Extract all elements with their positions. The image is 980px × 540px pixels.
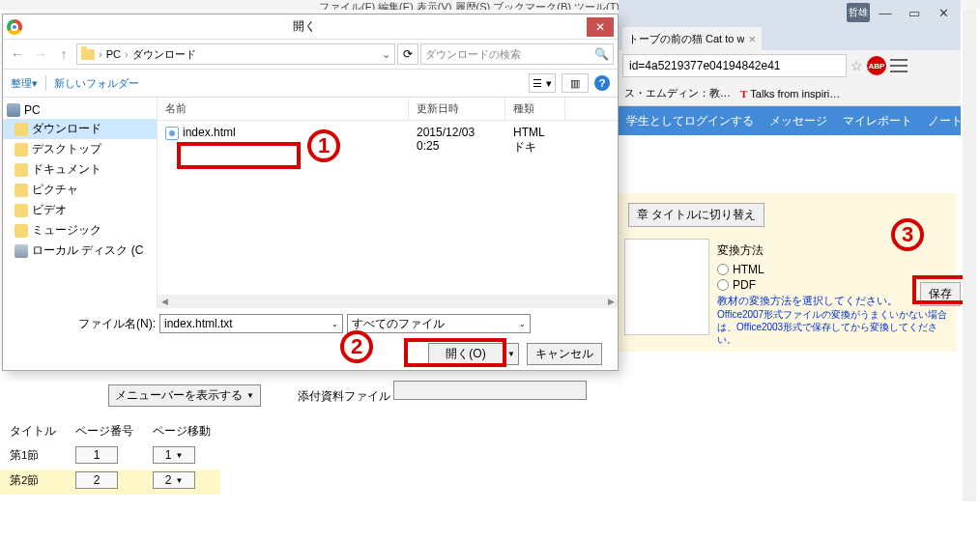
nav-login[interactable]: 学生としてログインする: [626, 113, 754, 129]
site-nav: 学生としてログインする メッセージ マイレポート ノート: [619, 106, 961, 135]
url-input[interactable]: id=4a5219377e04194842e41: [622, 54, 847, 77]
file-date: 2015/12/03 0:25: [409, 124, 505, 157]
open-button[interactable]: 開く(O): [428, 343, 504, 365]
nav-tree-documents[interactable]: ドキュメント: [3, 159, 157, 180]
page-number-button[interactable]: 1: [75, 446, 118, 464]
breadcrumb[interactable]: › PC › ダウンロード ⌄: [76, 43, 395, 65]
crumb-downloads[interactable]: ダウンロード: [132, 47, 196, 62]
table-row: 第1節 1 1: [0, 444, 220, 469]
nav-tree-downloads[interactable]: ダウンロード: [3, 119, 157, 139]
avatar[interactable]: 哲雄: [847, 3, 870, 22]
open-button-dropdown[interactable]: ▼: [504, 343, 519, 365]
browser-titlebar: 哲雄 — ▭ ✕: [619, 0, 961, 25]
nav-reports[interactable]: マイレポート: [843, 113, 912, 129]
menubar-select[interactable]: メニューバーを表示する▼: [108, 384, 261, 407]
chevron-down-icon: ▼: [246, 391, 254, 400]
pages-table: タイトル ページ番号 ページ移動 第1節 1 1 第2節 2 2: [0, 422, 220, 495]
column-name[interactable]: 名前: [158, 98, 409, 120]
col-title: タイトル: [0, 422, 66, 444]
vertical-scrollbar[interactable]: [963, 10, 976, 501]
scroll-left-icon[interactable]: ◀: [158, 295, 171, 308]
window-maximize[interactable]: ▭: [901, 3, 928, 22]
browser-tabstrip: トーブの前の猫 Cat to w ×: [619, 25, 961, 50]
close-icon[interactable]: ×: [748, 32, 756, 46]
abp-icon[interactable]: ABP: [867, 56, 886, 75]
nav-tree-pictures[interactable]: ピクチャ: [3, 180, 157, 200]
radio-pdf[interactable]: PDF: [717, 278, 951, 292]
attachment-row: 添付資料ファイル: [298, 381, 587, 405]
refresh-icon[interactable]: ⟳: [397, 43, 418, 65]
search-icon: 🔍: [594, 47, 609, 61]
bookmark-item[interactable]: TTalks from inspiri…: [740, 88, 840, 99]
row-title: 第2節: [0, 469, 66, 495]
view-mode-button[interactable]: ☰ ▾: [529, 73, 556, 93]
nav-tree-pc[interactable]: PC: [3, 101, 157, 119]
filename-label: ファイル名(N):: [11, 316, 156, 332]
nav-tree-localdisk[interactable]: ローカル ディスク (C: [3, 241, 157, 261]
preview-box[interactable]: [624, 239, 709, 335]
file-row[interactable]: index.html 2015/12/03 0:25 HTML ドキ: [158, 121, 618, 160]
file-list: 名前 更新日時 種類 index.html 2015/12/03 0:25 HT…: [158, 98, 618, 308]
nav-tree-music[interactable]: ミュージック: [3, 220, 157, 241]
bookmark-bar: ス・エムディン：教… TTalks from inspiri…: [619, 81, 961, 106]
help-icon[interactable]: ?: [594, 75, 610, 91]
save-button[interactable]: 保存: [920, 282, 961, 306]
bottom-section: メニューバーを表示する▼ タイトル ページ番号 ページ移動 第1節 1 1 第2…: [0, 383, 265, 495]
bookmark-item[interactable]: ス・エムディン：教…: [624, 86, 731, 100]
new-folder-button[interactable]: 新しいフォルダー: [54, 76, 139, 91]
window-close[interactable]: ✕: [930, 3, 957, 22]
table-row: 第2節 2 2: [0, 469, 220, 495]
attachment-input[interactable]: [393, 381, 587, 400]
nav-messages[interactable]: メッセージ: [769, 113, 827, 129]
folder-icon: [14, 224, 28, 238]
dialog-titlebar: 開く ✕: [3, 14, 618, 40]
page-number-button[interactable]: 2: [75, 471, 118, 489]
search-input[interactable]: ダウンロードの検索 🔍: [420, 43, 614, 65]
cancel-button[interactable]: キャンセル: [527, 343, 602, 365]
help-link[interactable]: 教材の変換方法を選択してください。: [717, 294, 951, 308]
preview-pane-button[interactable]: ▥: [562, 73, 589, 93]
folder-icon: [14, 163, 28, 177]
back-icon[interactable]: ←: [7, 43, 28, 65]
page-move-select[interactable]: 2: [153, 471, 195, 489]
star-icon[interactable]: ☆: [850, 58, 863, 73]
nav-tree-desktop[interactable]: デスクトップ: [3, 139, 157, 159]
filename-input[interactable]: index.html.txt⌄: [159, 314, 343, 333]
ted-icon: T: [740, 88, 747, 99]
chevron-down-icon[interactable]: ⌄: [331, 320, 338, 328]
forward-icon[interactable]: →: [30, 43, 51, 65]
file-name: index.html: [183, 126, 236, 139]
crumb-pc[interactable]: PC: [106, 48, 121, 60]
scroll-right-icon[interactable]: ▶: [604, 295, 618, 308]
pc-icon: [7, 103, 20, 117]
organize-menu[interactable]: 整理: [11, 76, 32, 91]
filetype-select[interactable]: すべてのファイル⌄: [347, 314, 531, 333]
nav-tree-videos[interactable]: ビデオ: [3, 200, 157, 220]
horizontal-scrollbar[interactable]: ◀ ▶: [158, 295, 618, 308]
up-icon[interactable]: ↑: [53, 43, 74, 65]
col-pagemove: ページ移動: [143, 422, 220, 444]
chrome-icon: [7, 19, 22, 35]
page-move-select[interactable]: 1: [153, 446, 195, 464]
column-type[interactable]: 種類: [505, 98, 565, 120]
col-pagenum: ページ番号: [66, 422, 143, 444]
column-date[interactable]: 更新日時: [409, 98, 505, 120]
dialog-toolbar: 整理 ▾ 新しいフォルダー ☰ ▾ ▥ ?: [3, 69, 618, 98]
dialog-nav-row: ← → ↑ › PC › ダウンロード ⌄ ⟳ ダウンロードの検索 🔍: [3, 40, 618, 69]
menu-icon[interactable]: [890, 59, 908, 72]
switch-chapter-button[interactable]: 章 タイトルに切り替え: [628, 203, 764, 227]
method-label: 変換方法: [717, 242, 951, 259]
htmlfile-icon: [165, 127, 179, 140]
folder-icon: [81, 49, 95, 60]
radio-icon: [717, 279, 729, 291]
nav-notes[interactable]: ノート: [928, 113, 963, 129]
window-minimize[interactable]: —: [872, 3, 899, 22]
chevron-down-icon[interactable]: ⌄: [382, 48, 390, 61]
browser-tab[interactable]: トーブの前の猫 Cat to w ×: [622, 27, 762, 50]
folder-icon: [14, 184, 28, 197]
conversion-panel: 章 タイトルに切り替え 変換方法 HTML PDF 教材の変換方法を選択してくだ…: [619, 193, 957, 352]
dialog-close-button[interactable]: ✕: [587, 17, 614, 37]
folder-icon: [14, 143, 28, 156]
radio-html[interactable]: HTML: [717, 263, 951, 276]
radio-icon: [717, 264, 729, 275]
